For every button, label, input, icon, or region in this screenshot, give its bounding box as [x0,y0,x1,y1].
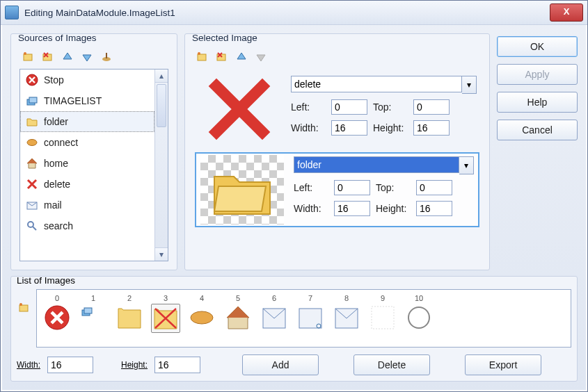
image-list-label: List of Images [17,275,75,286]
search-icon [26,220,38,232]
stop-icon [26,74,38,86]
width-input[interactable] [331,120,367,136]
height-input[interactable] [416,201,452,216]
thumb-index: 6 [272,294,276,302]
selected-row[interactable]: ▾ Left: Top: Width: Height: [195,72,479,147]
sources-label: Sources of Images [15,33,100,43]
selected-group: Selected Image ▾ Left: Top: [184,33,490,270]
sources-toolbar [17,47,171,67]
svg-point-10 [28,222,33,227]
width-label: Width: [17,360,40,370]
list-item[interactable]: search [20,215,154,236]
selected-toolbar [191,47,484,67]
thumbnail[interactable]: 1 [77,294,109,332]
remove-image-icon[interactable] [214,49,230,65]
svg-rect-4 [106,53,107,58]
thumb-index: 8 [344,294,349,302]
list-item[interactable]: delete [20,174,154,195]
width-input[interactable] [47,357,93,373]
top-input[interactable] [416,180,452,195]
thumbnail[interactable]: 0 [41,294,73,332]
chevron-down-icon[interactable]: ▾ [462,76,477,94]
image-list-group: List of Images 012345678910 Width: Heigh… [10,276,578,382]
left-label: Left: [294,182,328,193]
list-item-label: mail [44,199,62,211]
scroll-down-icon[interactable]: ▾ [155,247,168,261]
list-item[interactable]: folder [20,111,154,132]
list-item-label: delete [44,179,70,190]
left-input[interactable] [334,180,370,195]
apply-button[interactable]: Apply [497,64,578,85]
list-item-label: folder [44,116,68,127]
titlebar: Editing MainDataModule.ImageList1 X [1,1,587,25]
ring-icon [405,304,433,332]
thumbnail[interactable]: 5 [222,294,254,332]
delete-button[interactable]: Delete [353,354,430,375]
name-input[interactable] [291,76,462,92]
mailsearch-icon [296,304,324,332]
add-thumb-icon[interactable] [17,300,32,316]
image-up-icon[interactable] [234,49,249,65]
thumbnail[interactable]: 8 [331,294,363,332]
add-image-icon[interactable] [195,49,210,65]
svg-point-1 [24,52,26,55]
thumb-index: 7 [308,294,312,302]
scroll-up-icon[interactable]: ▴ [155,70,168,83]
thumb-index: 2 [127,294,132,302]
list-item[interactable]: mail [20,195,154,215]
home-icon [26,157,38,170]
left-label: Left: [291,101,326,113]
scroll-thumb[interactable] [157,84,166,127]
scrollbar[interactable]: ▴ ▾ [154,70,168,261]
width-label: Width: [294,203,328,214]
height-label: Height: [376,203,411,214]
move-down-icon[interactable] [79,49,95,65]
width-input[interactable] [334,201,370,216]
folder-icon [26,115,38,128]
selected-row[interactable]: ▾ Left: Top: Width: Height: [195,152,479,227]
help-button[interactable]: Help [497,92,578,113]
thumbnail[interactable]: 9 [367,294,399,332]
name-input[interactable] [294,156,459,173]
thumbnail[interactable]: 10 [403,294,435,332]
svg-rect-24 [372,307,394,329]
selected-rows: ▾ Left: Top: Width: Height: ▾ Left: [191,67,484,264]
thumbnail[interactable]: 2 [113,294,145,332]
thumbnail[interactable]: 3 [150,294,182,333]
thumbnail[interactable]: 7 [294,294,326,332]
stopcircle-icon [43,304,71,332]
left-input[interactable] [331,99,367,115]
list-item-label: Stop [44,74,64,85]
sources-list[interactable]: StopTIMAGELISTfolderconnecthomedeletemai… [20,70,154,261]
height-input[interactable] [154,357,200,373]
name-combo[interactable]: ▾ [294,156,474,174]
close-button[interactable]: X [550,3,583,22]
top-input[interactable] [413,99,450,115]
window-title: Editing MainDataModule.ImageList1 [24,8,175,18]
ok-button[interactable]: OK [497,36,578,57]
height-input[interactable] [413,120,450,136]
list-item-label: TIMAGELIST [44,95,102,106]
height-label: Height: [121,360,148,370]
cancel-button[interactable]: Cancel [497,120,578,140]
dialog-body: Sources of Images StopTIMAGELISTfolderco… [1,25,587,391]
list-item[interactable]: connect [20,132,154,153]
thumbnail[interactable]: 6 [258,294,290,332]
list-item[interactable]: Stop [20,70,154,90]
chevron-down-icon[interactable]: ▾ [459,156,474,174]
list-item[interactable]: home [20,153,154,174]
delete-source-icon[interactable] [40,49,56,65]
list-item[interactable]: TIMAGELIST [20,90,154,111]
name-combo[interactable]: ▾ [291,76,477,94]
stack-icon [79,304,107,332]
thumb-index: 3 [164,294,168,302]
add-button[interactable]: Add [242,354,319,375]
thumb-index: 4 [200,294,204,302]
thumbnail[interactable]: 4 [186,294,218,332]
new-source-icon[interactable] [21,49,36,65]
list-item-label: search [44,220,73,231]
move-up-icon[interactable] [60,49,75,65]
sweep-icon[interactable] [99,49,114,65]
export-button[interactable]: Export [465,354,541,375]
top-label: Top: [376,182,411,193]
